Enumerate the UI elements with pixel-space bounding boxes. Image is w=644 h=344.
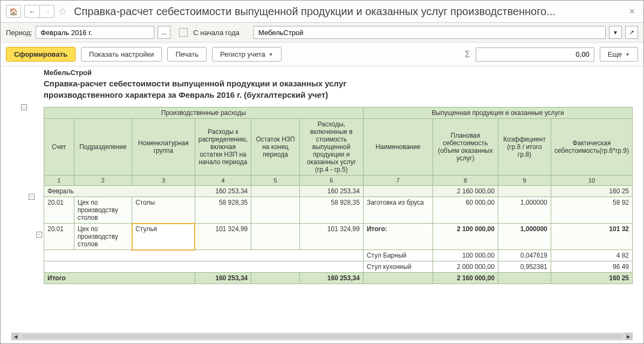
close-button[interactable]: × [626, 6, 638, 17]
forward-button[interactable]: → [39, 5, 54, 18]
scroll-left-button[interactable]: ◀ [12, 333, 19, 340]
scroll-thumb[interactable] [20, 334, 624, 339]
col-group-2: Выпущенная продукция и оказанные услуги [363, 107, 632, 119]
period-input[interactable] [36, 26, 154, 39]
horizontal-scrollbar[interactable]: ◀ ▶ [11, 333, 633, 340]
toolbar: Сформировать Показать настройки Печать Р… [1, 43, 643, 66]
tree-collapse-button[interactable]: − [21, 104, 27, 110]
col-h4: Расходы к распределению, включая остатки… [195, 119, 251, 176]
home-button[interactable]: 🏠 [6, 5, 21, 18]
table-row[interactable]: Стул Барный 100 000,00 0,047619 4 82 [44, 250, 633, 261]
more-button[interactable]: Еще▼ [600, 47, 638, 62]
col-h6: Расходы, включенные в стоимость выпущенн… [299, 119, 363, 176]
organization-input[interactable] [254, 26, 606, 39]
row-month[interactable]: Февраль 160 253,34 160 253,34 2 160 000,… [44, 186, 633, 197]
tree-collapse-button[interactable]: − [29, 194, 35, 200]
period-picker-button[interactable]: ... [157, 26, 170, 39]
favorite-icon[interactable]: ☆ [58, 5, 67, 18]
period-label: Период: [6, 29, 32, 37]
col-h7: Наименование [363, 119, 433, 176]
col-group-1: Производственные расходы [44, 107, 364, 119]
col-h10: Фактическая себестоимость(гр.6*гр.9) [551, 119, 632, 176]
report-area[interactable]: − − − МебельСтрой Справка-расчет себесто… [1, 66, 643, 333]
print-button[interactable]: Печать [167, 47, 207, 62]
app-window: 🏠 ← → ☆ Справка-расчет себестоимости вып… [0, 0, 644, 344]
filter-bar: Период: ... С начала года ▾ ↗ [1, 23, 643, 43]
org-open-button[interactable]: ↗ [625, 26, 638, 39]
table-row-selected[interactable]: 20.01 Цех по производству столов Стулья … [44, 224, 633, 250]
col-h8: Плановая себестоимость (объем оказанных … [433, 119, 498, 176]
register-button[interactable]: Регистр учета▼ [212, 47, 282, 62]
titlebar: 🏠 ← → ☆ Справка-расчет себестоимости вып… [1, 1, 643, 23]
chevron-down-icon: ▼ [625, 52, 630, 57]
form-button[interactable]: Сформировать [6, 47, 76, 62]
report-grid: Производственные расходы Выпущенная прод… [44, 107, 633, 284]
since-year-checkbox[interactable] [179, 28, 188, 37]
col-h9: Коэффициент (гр.8 / итого гр.8) [498, 119, 551, 176]
table-row[interactable]: Стул кухонный 2 000 000,00 0,952381 96 4… [44, 261, 633, 273]
col-h1: Счет [44, 119, 74, 176]
back-button[interactable]: ← [24, 5, 39, 18]
row-total[interactable]: Итого 160 253,34 160 253,34 2 160 000,00… [44, 273, 633, 284]
report-title: Справка-расчет себестоимости выпущенной … [44, 78, 421, 100]
col-h3: Номенклатурная группа [132, 119, 195, 176]
window-title: Справка-расчет себестоимости выпущенной … [74, 5, 622, 18]
since-year-label: С начала года [193, 29, 239, 37]
sum-input[interactable] [476, 48, 594, 62]
tree-collapse-button[interactable]: − [36, 232, 42, 238]
sigma-icon: Σ [465, 50, 470, 59]
scroll-right-button[interactable]: ▶ [625, 333, 632, 340]
chevron-down-icon: ▼ [269, 52, 273, 57]
report-org: МебельСтрой [44, 69, 633, 77]
table-row[interactable]: 20.01 Цех по производству столов Столы 5… [44, 197, 633, 224]
col-h2: Подразделение [74, 119, 132, 176]
col-h5: Остаток НЗП на конец периода [251, 119, 300, 176]
show-settings-button[interactable]: Показать настройки [81, 47, 162, 62]
org-dropdown-button[interactable]: ▾ [609, 26, 622, 39]
